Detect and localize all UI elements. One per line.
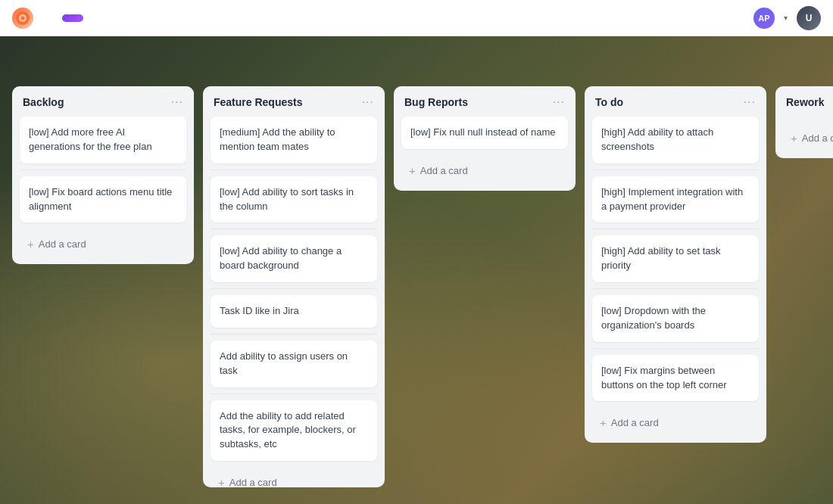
column-title-feature-requests: Feature Requests xyxy=(214,96,302,108)
card-divider xyxy=(211,334,377,334)
plus-icon: + xyxy=(27,238,34,250)
add-card-button-to-do[interactable]: +Add a card xyxy=(592,410,759,435)
column-header-rework: Rework··· xyxy=(775,86,833,117)
add-card-label: Add a card xyxy=(802,132,833,144)
card[interactable]: [low] Add ability to change a board back… xyxy=(211,235,377,282)
column-header-bug-reports: Bug Reports··· xyxy=(394,86,576,117)
card[interactable]: Add ability to assign users on task xyxy=(211,341,377,387)
column-title-backlog: Backlog xyxy=(23,96,64,108)
user-avatar[interactable]: U xyxy=(797,6,821,30)
column-body-backlog: [low] Add more free AI generations for t… xyxy=(12,117,194,230)
add-card-button-backlog[interactable]: +Add a card xyxy=(20,232,186,257)
column-feature-requests: Feature Requests···[medium] Add the abil… xyxy=(203,86,385,487)
column-body-feature-requests: [medium] Add the ability to mention team… xyxy=(203,117,385,468)
column-title-to-do: To do xyxy=(595,96,623,108)
card[interactable]: [high] Implement integration with a paym… xyxy=(592,176,759,223)
column-header-to-do: To do··· xyxy=(585,86,766,117)
card[interactable]: Task ID like in Jira xyxy=(211,295,377,328)
add-card-label: Add a card xyxy=(229,477,277,487)
project-avatar: AP xyxy=(753,8,775,29)
card[interactable]: Add the ability to add related tasks, fo… xyxy=(211,400,377,462)
card[interactable]: [medium] Add the ability to mention team… xyxy=(211,117,377,163)
card[interactable]: [low] Dropdown with the organization's b… xyxy=(592,295,759,342)
logo-area xyxy=(12,8,38,29)
topnav: AP ▾ U xyxy=(0,0,833,36)
card-divider xyxy=(592,170,759,170)
card-divider xyxy=(592,229,759,229)
column-body-bug-reports: [low] Fix null null instead of name xyxy=(394,117,576,157)
column-menu-bug-reports[interactable]: ··· xyxy=(553,95,565,109)
card-divider xyxy=(211,170,377,170)
column-backlog: Backlog···[low] Add more free AI generat… xyxy=(12,86,194,264)
card[interactable]: [high] Add ability to set task priority xyxy=(592,235,759,282)
card[interactable]: [low] Add ability to sort tasks in the c… xyxy=(211,176,377,223)
column-body-rework xyxy=(775,117,833,124)
board-area: Backlog···[low] Add more free AI generat… xyxy=(0,76,833,504)
column-header-backlog: Backlog··· xyxy=(12,86,194,117)
card[interactable]: [low] Fix margins between buttons on the… xyxy=(592,355,759,402)
add-card-button-bug-reports[interactable]: +Add a card xyxy=(401,158,568,183)
card-divider xyxy=(20,170,186,170)
column-menu-to-do[interactable]: ··· xyxy=(744,95,756,109)
upgrade-button[interactable] xyxy=(62,14,83,22)
card-divider xyxy=(211,394,377,394)
plus-icon: + xyxy=(791,132,797,145)
columns-container: Backlog···[low] Add more free AI generat… xyxy=(0,76,833,504)
column-to-do: To do···[high] Add ability to attach scr… xyxy=(585,86,766,443)
column-body-to-do: [high] Add ability to attach screenshots… xyxy=(585,117,766,409)
chevron-down-icon: ▾ xyxy=(784,14,788,22)
plus-icon: + xyxy=(409,164,416,177)
card-divider xyxy=(211,229,377,229)
card[interactable]: [low] Fix board actions menu title align… xyxy=(20,176,186,223)
svg-point-2 xyxy=(21,16,25,20)
column-rework: Rework···+Add a card xyxy=(775,86,833,158)
column-header-feature-requests: Feature Requests··· xyxy=(203,86,385,117)
logo-icon xyxy=(12,8,33,29)
add-card-label: Add a card xyxy=(39,238,86,250)
add-card-button-rework[interactable]: +Add a card xyxy=(783,126,833,151)
card-divider xyxy=(592,288,759,289)
column-menu-feature-requests[interactable]: ··· xyxy=(362,95,374,109)
add-card-label: Add a card xyxy=(420,165,468,176)
plus-icon: + xyxy=(600,416,607,429)
column-bug-reports: Bug Reports···[low] Fix null null instea… xyxy=(394,86,576,191)
add-card-label: Add a card xyxy=(611,417,659,428)
card[interactable]: [low] Fix null null instead of name xyxy=(401,117,568,149)
card[interactable]: [low] Add more free AI generations for t… xyxy=(20,117,186,163)
add-card-button-feature-requests[interactable]: +Add a card xyxy=(211,470,377,487)
card-divider xyxy=(211,288,377,289)
column-title-rework: Rework xyxy=(786,96,825,108)
plus-icon: + xyxy=(218,476,225,487)
card-divider xyxy=(592,348,759,349)
column-title-bug-reports: Bug Reports xyxy=(404,96,468,108)
column-menu-backlog[interactable]: ··· xyxy=(171,95,183,109)
project-selector[interactable]: AP ▾ xyxy=(753,8,788,29)
card[interactable]: [high] Add ability to attach screenshots xyxy=(592,117,759,163)
